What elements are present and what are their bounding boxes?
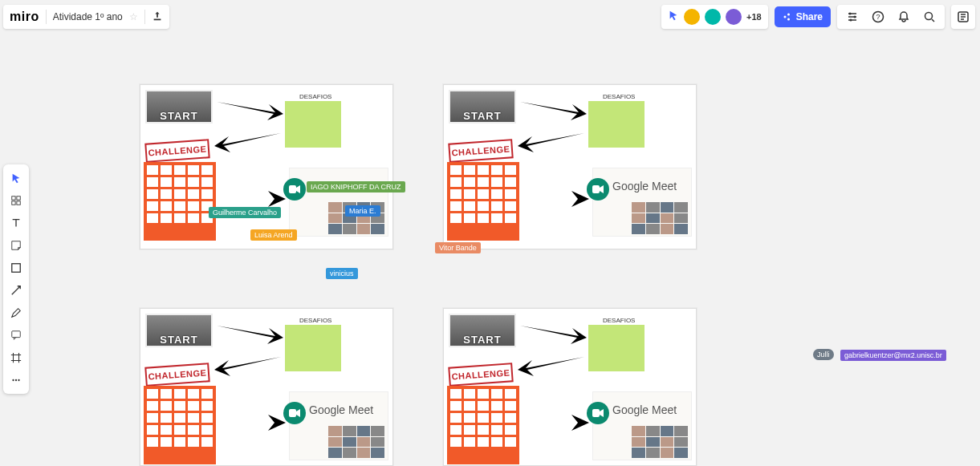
frame[interactable]: G▲ START CHALLENGE DESAFIOS Google Meet	[140, 84, 393, 249]
divider	[144, 10, 145, 24]
desafios-label: DESAFIOS	[603, 93, 635, 100]
user-cursor-label: Guilherme Carvalho	[209, 207, 281, 218]
arrow-icon	[516, 352, 588, 376]
arrow-icon	[217, 411, 289, 434]
user-cursor: Luisa Arend	[250, 229, 297, 241]
desafios-label: DESAFIOS	[603, 317, 635, 324]
tool-shape[interactable]	[5, 257, 27, 278]
miro-logo[interactable]: miro	[10, 10, 39, 24]
challenge-stamp: CHALLENGE	[448, 139, 513, 163]
sticky-note[interactable]	[588, 101, 645, 148]
svg-point-5	[854, 16, 856, 18]
share-button-label: Share	[796, 11, 823, 22]
avatar[interactable]	[705, 9, 721, 25]
meet-participants-thumb	[632, 202, 688, 234]
user-cursor-label: gabrielkuentzer@mx2.unisc.br	[840, 350, 946, 361]
sticky-note[interactable]	[285, 101, 341, 148]
tool-text[interactable]	[5, 213, 27, 233]
tool-frame[interactable]	[5, 347, 27, 368]
meet-participants-thumb	[328, 426, 384, 458]
help-icon[interactable]: ?	[869, 8, 887, 26]
canvas[interactable]: G▲ START CHALLENGE DESAFIOS Google Meet	[0, 0, 980, 466]
svg-point-17	[12, 379, 14, 381]
frame[interactable]: G▲ START CHALLENGE DESAFIOS Google Meet	[443, 308, 697, 466]
svg-point-4	[849, 13, 852, 15]
frame[interactable]: G▲ START CHALLENGE DESAFIOS Google Meet	[443, 84, 697, 249]
share-button[interactable]: Share	[775, 6, 831, 27]
desafios-label: DESAFIOS	[299, 317, 331, 324]
board-header: miro Atividade 1º ano ☆	[3, 5, 169, 29]
user-cursor: IAGO KNIPHOFF DA CRUZ	[307, 181, 405, 192]
svg-rect-11	[12, 197, 15, 200]
tool-more[interactable]	[5, 370, 27, 391]
arrow-icon	[213, 96, 285, 120]
desafios-label: DESAFIOS	[299, 93, 331, 100]
google-meet-card: Google Meet	[592, 168, 692, 237]
meet-label: Google Meet	[309, 403, 373, 416]
svg-rect-15	[12, 264, 21, 273]
arrow-icon	[213, 352, 285, 376]
avatar[interactable]	[726, 9, 742, 25]
tool-connector[interactable]	[5, 280, 27, 301]
sticky-note[interactable]	[285, 325, 341, 371]
top-bar: miro Atividade 1º ano ☆ +18 Share	[0, 5, 980, 29]
advent-calendar	[447, 162, 519, 241]
tool-comment[interactable]	[5, 325, 27, 346]
search-icon[interactable]	[921, 8, 938, 26]
sticky-note[interactable]	[588, 325, 645, 371]
svg-text:?: ?	[876, 13, 880, 21]
star-icon[interactable]: ☆	[129, 11, 138, 22]
challenge-stamp: CHALLENGE	[144, 139, 209, 163]
tool-sticky[interactable]	[5, 235, 27, 256]
left-toolbar	[3, 164, 29, 394]
user-cursor: Guilherme Carvalho	[209, 207, 281, 218]
bell-icon[interactable]	[895, 8, 913, 26]
svg-point-6	[850, 19, 852, 22]
activity-panel-button[interactable]	[951, 5, 975, 29]
google-meet-card: Google Meet	[592, 391, 692, 460]
utility-box: ?	[837, 5, 945, 29]
svg-rect-13	[12, 201, 15, 205]
advent-calendar	[447, 386, 519, 464]
svg-rect-14	[17, 201, 20, 205]
arrow-icon	[213, 320, 285, 344]
user-cursor: Julli	[813, 349, 834, 360]
svg-rect-1	[592, 185, 600, 193]
svg-point-9	[925, 13, 933, 20]
svg-rect-16	[12, 331, 21, 338]
tool-pen[interactable]	[5, 302, 27, 323]
challenge-stamp: CHALLENGE	[448, 363, 513, 387]
arrow-icon	[516, 96, 588, 120]
user-cursor: vinicius	[326, 268, 358, 279]
collaborators-box: +18	[661, 5, 768, 29]
user-cursor-label: vinicius	[326, 268, 358, 279]
arrow-icon	[516, 320, 588, 344]
challenge-stamp: CHALLENGE	[144, 363, 209, 387]
google-meet-card: Google Meet	[289, 391, 388, 460]
arrow-icon	[520, 411, 592, 434]
advent-calendar	[144, 162, 216, 241]
user-cursor: gabrielkuentzer@mx2.unisc.br	[840, 350, 946, 361]
divider	[46, 10, 47, 24]
cursor-arrow-icon[interactable]	[668, 10, 679, 24]
meet-label: Google Meet	[612, 180, 677, 192]
user-cursor: Maria E.	[345, 205, 380, 217]
start-image: START	[449, 314, 516, 347]
user-cursor-label: Luisa Arend	[250, 229, 297, 241]
user-cursor-label: Maria E.	[345, 205, 380, 217]
svg-rect-2	[289, 409, 296, 417]
top-right-controls: +18 Share ?	[661, 5, 975, 29]
user-cursor-label: Julli	[813, 349, 834, 360]
arrow-icon	[516, 128, 588, 152]
export-icon[interactable]	[152, 10, 163, 24]
frame[interactable]: G▲ START CHALLENGE DESAFIOS Google Meet	[140, 308, 393, 466]
tool-select[interactable]	[5, 168, 27, 188]
avatar[interactable]	[684, 9, 700, 25]
avatar-overflow-count[interactable]: +18	[746, 12, 762, 22]
meet-label: Google Meet	[612, 403, 677, 416]
settings-icon[interactable]	[844, 8, 861, 26]
tool-templates[interactable]	[5, 190, 27, 211]
svg-rect-12	[17, 197, 20, 200]
meet-participants-thumb	[632, 426, 688, 458]
board-title[interactable]: Atividade 1º ano	[53, 11, 123, 22]
